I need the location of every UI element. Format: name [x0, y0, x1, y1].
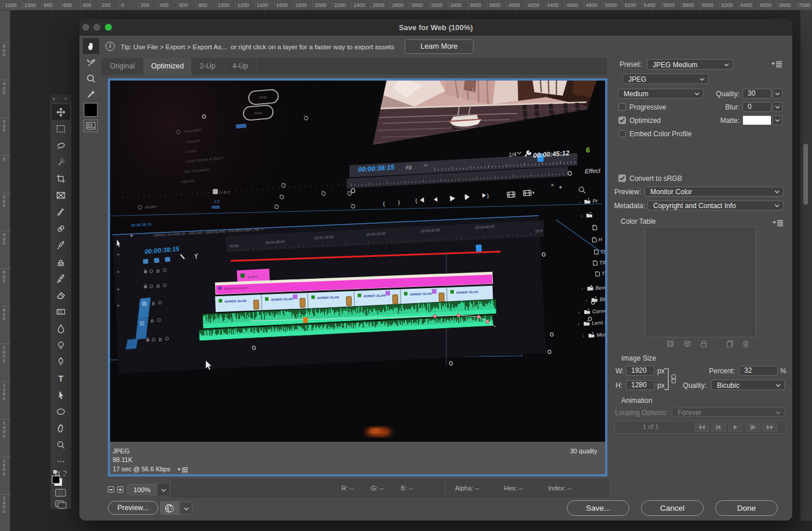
svg-text:1600: 1600 — [276, 2, 287, 8]
svg-text:0: 0 — [3, 52, 5, 57]
svg-text:graphic: graphic — [247, 274, 258, 278]
svg-text:600: 600 — [179, 2, 188, 8]
svg-text:6000: 6000 — [702, 2, 713, 8]
svg-text:0: 0 — [121, 2, 124, 8]
svg-text:1800: 1800 — [296, 2, 307, 8]
svg-text:?: ? — [170, 507, 172, 511]
svg-text:0: 0 — [3, 241, 5, 246]
svg-text:2600: 2600 — [373, 2, 384, 8]
svg-text:5600: 5600 — [663, 2, 675, 8]
svg-text:{: { — [383, 201, 385, 206]
svg-text:6800: 6800 — [780, 2, 791, 8]
svg-text:200: 200 — [140, 2, 149, 8]
svg-text:5000: 5000 — [605, 2, 617, 8]
svg-text:400: 400 — [160, 2, 169, 8]
svg-text:2.5: 2.5 — [213, 199, 220, 203]
svg-text:1200: 1200 — [5, 2, 17, 8]
svg-text:· · ·: · · · — [314, 84, 320, 88]
svg-text:4000: 4000 — [508, 2, 520, 8]
svg-text:TIME: TIME — [599, 259, 605, 266]
svg-text:3800: 3800 — [489, 2, 501, 8]
svg-text:6200: 6200 — [721, 2, 733, 8]
svg-text:B: B — [158, 337, 162, 342]
svg-text:4200: 4200 — [527, 2, 539, 8]
svg-text:0: 0 — [3, 316, 5, 321]
svg-text:4400: 4400 — [547, 2, 559, 8]
svg-text:Auto: Auto — [254, 110, 262, 115]
svg-text:T: T — [59, 374, 64, 383]
svg-text:800: 800 — [199, 2, 207, 8]
svg-text:2400: 2400 — [354, 2, 365, 8]
svg-text:00:00: 00:00 — [229, 243, 239, 248]
svg-text:1000: 1000 — [24, 2, 36, 8]
svg-text:Fit: Fit — [405, 164, 412, 171]
svg-text:{: { — [415, 198, 417, 203]
svg-text:TOTAL: TOTAL — [601, 270, 605, 277]
svg-text:x: x — [53, 96, 55, 101]
svg-text:3000: 3000 — [412, 2, 423, 8]
svg-text:Blurs: Blurs — [599, 296, 605, 302]
svg-text:6: 6 — [585, 146, 590, 154]
svg-text:00:0: 00:0 — [535, 228, 542, 233]
svg-text:B: B — [151, 301, 155, 306]
svg-text:4600: 4600 — [566, 2, 578, 8]
svg-text:0: 0 — [3, 509, 5, 514]
svg-text:0: 0 — [3, 358, 5, 363]
svg-text:B: B — [150, 318, 154, 323]
svg-text:}: } — [487, 192, 489, 198]
svg-text:3200: 3200 — [431, 2, 442, 8]
svg-text:Mosaics: Mosaics — [596, 331, 605, 338]
svg-text:B: B — [156, 283, 160, 289]
svg-text:0: 0 — [3, 157, 5, 162]
svg-text:0: 0 — [3, 278, 5, 283]
svg-text:5800: 5800 — [683, 2, 694, 8]
svg-text:5200: 5200 — [624, 2, 636, 8]
svg-text:4800: 4800 — [586, 2, 598, 8]
svg-text:1/4: 1/4 — [508, 151, 516, 158]
svg-text:Effect: Effect — [584, 166, 601, 174]
svg-text:H: H — [598, 237, 603, 242]
svg-text:0: 0 — [3, 434, 5, 439]
svg-text:0: 0 — [3, 396, 5, 401]
svg-text:2200: 2200 — [334, 2, 345, 8]
svg-text:»: » — [64, 96, 67, 101]
svg-text:1000: 1000 — [218, 2, 230, 8]
svg-text:}: } — [398, 199, 400, 205]
svg-text:6400: 6400 — [741, 2, 752, 8]
svg-text:2000: 2000 — [315, 2, 326, 8]
svg-text:0: 0 — [3, 128, 5, 133]
svg-text:3600: 3600 — [469, 2, 481, 8]
svg-text:5400: 5400 — [644, 2, 656, 8]
svg-text:2800: 2800 — [392, 2, 404, 8]
svg-text:Bevel Edg: Bevel Edg — [595, 283, 605, 290]
svg-text:7000: 7000 — [799, 2, 810, 8]
svg-text:0: 0 — [3, 471, 5, 477]
svg-text:0: 0 — [3, 203, 5, 208]
svg-text:800: 800 — [43, 2, 52, 8]
svg-text:fx BCC: fx BCC — [220, 191, 231, 194]
svg-text:B: B — [156, 268, 160, 274]
svg-text:3400: 3400 — [450, 2, 462, 8]
svg-text:1200: 1200 — [237, 2, 249, 8]
svg-text:1400: 1400 — [257, 2, 268, 8]
svg-text:200: 200 — [102, 2, 111, 8]
svg-text:6600: 6600 — [760, 2, 771, 8]
svg-text:0: 0 — [3, 90, 5, 95]
svg-text:400: 400 — [82, 2, 91, 8]
svg-text:600: 600 — [63, 2, 72, 8]
